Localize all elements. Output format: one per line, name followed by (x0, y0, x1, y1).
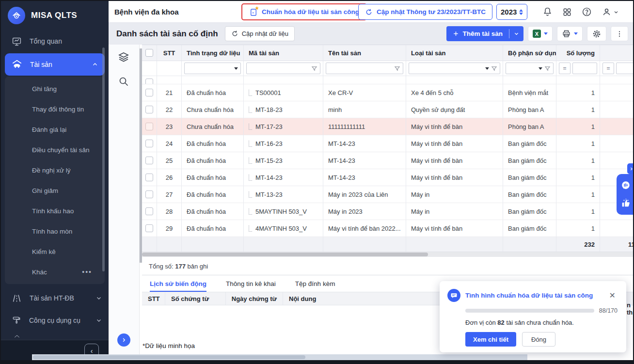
close-icon[interactable]: ✕ (607, 291, 618, 301)
year-stepper[interactable] (519, 9, 523, 15)
column-header-qty[interactable]: Số lượng (556, 45, 600, 61)
outer-horizontal-scrollbar[interactable] (32, 354, 527, 360)
normalize-data-button[interactable]: Chuẩn hóa dữ liệu tài sản công (241, 3, 367, 20)
sidebar-subitem-đánh-giá-lại[interactable]: Đánh giá lại (5, 119, 105, 140)
sidebar-item-tai-san[interactable]: Tài sản (5, 53, 105, 76)
table-row[interactable]: 25Đã chuẩn hóaMT-15-23MT-14-23Máy vi tín… (142, 152, 634, 169)
more-dots-icon[interactable]: ••• (82, 268, 92, 276)
more-options-button[interactable] (611, 26, 628, 41)
row-checkbox[interactable] (145, 190, 153, 198)
row-checkbox[interactable] (145, 140, 153, 147)
add-asset-dropdown[interactable] (509, 31, 523, 36)
row-checkbox[interactable] (145, 174, 153, 181)
add-asset-button[interactable]: Thêm tài sản (446, 30, 509, 37)
summary-cell-code (244, 237, 323, 252)
tab-thông-tin-kê-khai[interactable]: Thông tin kê khai (226, 280, 276, 292)
table-row[interactable]: 27Đã chuẩn hóaMT-13-23Máy in 2023 của Li… (142, 186, 634, 203)
export-excel-button[interactable]: X (528, 26, 553, 41)
expand-panel-button[interactable] (117, 333, 130, 347)
paint-roller-icon (12, 316, 21, 325)
table-row[interactable]: 21Đã chuẩn hóaTS00001Xe CR-VXe 4 đến 5 c… (142, 84, 634, 101)
print-button[interactable] (557, 26, 583, 41)
column-header-extra[interactable] (600, 45, 634, 61)
bell-icon[interactable] (542, 7, 553, 17)
filter-input-name[interactable] (326, 63, 403, 74)
settings-button[interactable] (587, 26, 606, 41)
row-checkbox[interactable] (145, 207, 153, 215)
column-header-check[interactable] (142, 45, 157, 61)
select-all-checkbox[interactable] (145, 49, 153, 57)
tab-tệp-đính-kèm[interactable]: Tệp đính kèm (295, 280, 335, 292)
sidebar-subitem-đề-nghị-xử-lý[interactable]: Đề nghị xử lý (5, 160, 105, 180)
sidebar-scrollbar[interactable] (102, 47, 105, 271)
table-row-partial[interactable] (142, 76, 634, 84)
sidebar-subitem-tính-khấu-hao[interactable]: Tính khấu hao (5, 201, 105, 221)
page-title: Danh sách tài sản cố định (116, 29, 218, 39)
rate-thumbs-up-icon[interactable] (620, 198, 631, 208)
clipped-column-header: n th (627, 301, 633, 316)
row-checkbox[interactable] (145, 89, 153, 96)
column-header-stt[interactable]: STT (157, 45, 182, 61)
table-row[interactable]: 28Đã chuẩn hóa5MAYTINH 503_VMáy in 2023M… (142, 203, 634, 220)
org-title: Bệnh viện đa khoa (114, 8, 179, 16)
row-checkbox[interactable] (145, 106, 153, 113)
row-checkbox[interactable] (145, 123, 153, 130)
sidebar-subitem-khác[interactable]: Khác••• (5, 262, 105, 282)
table-row[interactable]: 29Đã chuẩn hóa4MAYTINH 503_VMáy vi tính … (142, 220, 634, 237)
brand: MISA QLTS (1, 1, 109, 30)
column-header-name[interactable]: Tên tài sản (323, 45, 406, 61)
add-asset-split-button[interactable]: Thêm tài sản (446, 26, 523, 41)
filter-cell-type (406, 61, 503, 76)
filter-select-type[interactable] (409, 63, 500, 74)
sidebar-subitem-ghi-giảm[interactable]: Ghi giảm (5, 180, 105, 201)
circular-update-button[interactable]: Cập nhật Thông tư 23/2023/TT-BTC (358, 4, 492, 20)
close-button[interactable]: Đóng (522, 332, 555, 347)
filter-select-status[interactable] (184, 63, 241, 74)
sidebar-item-tong-quan[interactable]: Tổng quan (1, 30, 109, 52)
footnote: *Dữ liệu minh họa (143, 342, 195, 349)
sidebar-subitem-kiểm-kê[interactable]: Kiểm kê (5, 241, 105, 262)
feedback-bubble-icon[interactable] (620, 180, 631, 191)
filter-input-extra[interactable] (616, 63, 634, 74)
filter-operator-extra[interactable]: = (602, 63, 614, 74)
chevron-down-icon (539, 67, 542, 70)
table-row[interactable]: 22Chưa chuẩn hóaMT-18-23minhQuyền sử dụn… (142, 101, 634, 118)
sidebar-item-cong-cu-dung-cu[interactable]: Công cụ dụng cụ (1, 309, 109, 332)
column-header-status[interactable]: Tình trạng dữ liệu (182, 45, 244, 61)
search-icon[interactable] (118, 76, 129, 87)
filter-select-dept[interactable] (506, 63, 554, 74)
widget-expand-tab[interactable] (627, 163, 634, 174)
sidebar-subitem-điều-chuyển-tài-sản[interactable]: Điều chuyển tài sản (5, 140, 105, 160)
chevron-down-icon (96, 295, 102, 301)
table-row[interactable]: 23Chưa chuẩn hóaMT-17-23111111111111Máy … (142, 118, 634, 135)
sidebar-item-tai-san-ht-db[interactable]: Tài sản HT-ĐB (1, 287, 109, 309)
year-selector[interactable]: 2023 (496, 4, 527, 20)
help-icon[interactable] (582, 7, 592, 17)
grid-filter-row: == (142, 61, 634, 76)
funnel-icon (394, 65, 400, 72)
column-header-dept[interactable]: Bộ phận sử dụn... (503, 45, 556, 61)
grid-horizontal-scrollbar[interactable] (142, 252, 634, 257)
grid-summary-row: 232118 (142, 237, 634, 252)
sidebar-subitem-thay-đổi-thông-tin[interactable]: Thay đổi thông tin (5, 99, 105, 119)
filter-cell-check (142, 61, 157, 76)
layers-icon[interactable] (118, 51, 129, 63)
column-header-type[interactable]: Loại tài sản (406, 45, 503, 61)
tab-lịch-sử-biến-động[interactable]: Lịch sử biến động (150, 280, 206, 292)
column-header-code[interactable]: Mã tài sản (244, 45, 323, 61)
refresh-data-button[interactable]: Cập nhật dữ liệu (225, 26, 295, 41)
misa-logo-icon (8, 7, 25, 24)
row-checkbox[interactable] (145, 224, 153, 232)
table-row[interactable]: 24Đã chuẩn hóaMT-16-23MT-14-23Máy vi tín… (142, 135, 634, 152)
view-detail-button[interactable]: Xem chi tiết (465, 332, 516, 347)
sidebar-subitem-ghi-tăng[interactable]: Ghi tăng (5, 79, 105, 99)
row-checkbox[interactable] (145, 157, 153, 164)
user-menu[interactable] (602, 7, 618, 17)
table-row[interactable]: 26Đã chuẩn hóaMT-14-23MT-14-23Máy vi tín… (142, 169, 634, 186)
filter-operator-qty[interactable]: = (559, 63, 571, 74)
chevron-right-icon (629, 167, 634, 171)
apps-grid-icon[interactable] (562, 7, 572, 17)
filter-input-code[interactable] (246, 63, 320, 74)
sidebar-subitem-tính-hao-mòn[interactable]: Tính hao mòn (5, 221, 105, 241)
filter-input-qty[interactable] (572, 63, 597, 74)
